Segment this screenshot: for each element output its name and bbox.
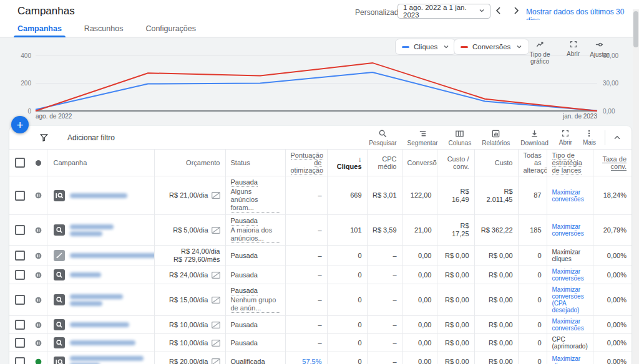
- column-header-custo[interactable]: Custo: [474, 150, 518, 176]
- campaign-name-redacted[interactable]: [70, 251, 155, 260]
- chart-tool-chart-type-icon[interactable]: Tipo de gráfico: [523, 40, 557, 65]
- redacted-name-line: [70, 272, 101, 277]
- campaign-name-redacted[interactable]: [70, 191, 149, 200]
- paused-dot-icon[interactable]: [36, 322, 42, 328]
- search-display-campaign-icon: [54, 190, 65, 201]
- column-header-todas[interactable]: Todas as alterações: [518, 150, 547, 176]
- clicks-cell: 0: [327, 352, 367, 364]
- status-primary: Pausada: [231, 339, 258, 347]
- all-changes-cell: 87: [518, 176, 547, 215]
- tab-campanhas[interactable]: Campanhas: [17, 20, 62, 37]
- paused-dot-icon[interactable]: [36, 297, 42, 304]
- paused-dot-icon: [35, 340, 42, 347]
- date-range-picker[interactable]: 1 ago. 2022 a 1 jan. 2023: [398, 4, 490, 19]
- scrollbar-thumb[interactable]: [633, 11, 638, 47]
- campaign-content: [52, 337, 149, 348]
- campaign-name-redacted[interactable]: [70, 271, 149, 279]
- enabled-dot-icon[interactable]: [36, 358, 42, 364]
- row-checkbox[interactable]: [15, 191, 25, 201]
- status-primary: Pausada: [231, 321, 258, 329]
- action-segmentar[interactable]: Segmentar: [407, 129, 438, 146]
- budget-cell: R$ 21,00/dia: [154, 176, 225, 215]
- metric-picker-2[interactable]: Conversões: [454, 39, 529, 55]
- paused-dot-icon[interactable]: [36, 192, 42, 199]
- collapse-table-button[interactable]: [613, 133, 622, 142]
- action-download[interactable]: Download: [520, 129, 548, 146]
- row-checkbox[interactable]: [15, 320, 25, 330]
- budget-line: R$ 20,00/dia: [160, 358, 220, 364]
- tab-configurações[interactable]: Configurações: [145, 20, 196, 37]
- column-header-status[interactable]: Status: [225, 150, 285, 176]
- status-cell: Pausada: [225, 266, 285, 284]
- bid-strategy-value: CPC (aprimorado): [552, 336, 588, 350]
- bid-strategy-value[interactable]: Maximizar conversões: [552, 189, 584, 203]
- row-status-dot-cell: [31, 176, 47, 215]
- next-period-button[interactable]: [509, 4, 523, 18]
- status-header-dot[interactable]: [36, 160, 42, 166]
- metric-picker-1[interactable]: Cliques: [395, 39, 456, 55]
- campaign-name-redacted[interactable]: [70, 223, 149, 238]
- campaign-name-redacted[interactable]: [70, 338, 149, 347]
- row-checkbox[interactable]: [15, 270, 25, 280]
- column-header-tipo[interactable]: Tipo de estratégia de lances: [547, 150, 593, 176]
- select-all-checkbox[interactable]: [15, 158, 25, 168]
- paused-dot-icon[interactable]: [36, 227, 42, 234]
- chart-tool-adjust-icon[interactable]: Ajustar: [590, 40, 609, 58]
- row-select-cell: [9, 176, 31, 215]
- search-campaign-icon: [54, 319, 65, 330]
- tab-rascunhos[interactable]: Rascunhos: [84, 20, 124, 37]
- vertical-scrollbar[interactable]: [633, 9, 639, 364]
- paused-dot-icon[interactable]: [36, 252, 42, 259]
- campaign-name-redacted[interactable]: [70, 320, 149, 329]
- paused-dot-icon[interactable]: [36, 340, 42, 347]
- action-abrir[interactable]: Abrir: [559, 129, 572, 146]
- budget-cell: R$ 15,00/dia: [154, 284, 225, 316]
- campaign-name-redacted[interactable]: [70, 292, 149, 308]
- action-mais[interactable]: Mais: [583, 129, 596, 146]
- paused-dot-icon[interactable]: [36, 272, 42, 279]
- avg-cpc-cell: R$ 3,01: [367, 176, 402, 215]
- date-range-value: 1 ago. 2022 a 1 jan. 2023: [403, 4, 479, 19]
- bid-strategy-value[interactable]: Maximizar cliques: [552, 355, 581, 364]
- status-primary: Pausada: [231, 252, 258, 260]
- column-header-label: CPC médio: [378, 155, 397, 170]
- bid-strategy-value[interactable]: Maximizar conversões: [552, 223, 584, 237]
- column-header-conversoes[interactable]: Conversões: [402, 150, 437, 176]
- optimization-score-cell: –: [285, 176, 327, 215]
- table-header-row: CampanhaOrçamentoStatusPontuação de otim…: [9, 150, 632, 176]
- campaign-name-redacted[interactable]: [70, 354, 149, 364]
- column-header-custo_conv[interactable]: Custo / conv.: [437, 150, 474, 176]
- filter-icon[interactable]: [39, 133, 49, 142]
- column-header-cliques[interactable]: ↓ Cliques: [327, 150, 367, 176]
- column-header-taxa[interactable]: Taxa de conv.: [593, 150, 632, 176]
- chart-tool-expand-icon[interactable]: Abrir: [567, 40, 580, 57]
- bid-strategy-value[interactable]: Maximizar conversões: [552, 268, 584, 282]
- bid-strategy-value[interactable]: Maximizar conversões (CPA desejado): [552, 286, 584, 314]
- row-checkbox[interactable]: [15, 225, 25, 235]
- cost-per-conv-cell: R$ 0,00: [437, 266, 474, 284]
- crossed-budget-icon: [212, 297, 220, 304]
- row-checkbox[interactable]: [15, 251, 25, 261]
- add-campaign-button[interactable]: +: [11, 116, 29, 133]
- row-checkbox[interactable]: [15, 338, 25, 348]
- budget-value: R$ 10,00/dia: [169, 339, 208, 347]
- action-relatórios[interactable]: Relatórios: [482, 129, 510, 146]
- action-colunas[interactable]: Colunas: [449, 129, 472, 146]
- action-pesquisar[interactable]: Pesquisar: [369, 129, 396, 146]
- optimization-score-link[interactable]: 57,5%: [302, 358, 321, 364]
- crossed-budget-icon: [212, 322, 220, 328]
- bid-strategy-value: Maximizar cliques: [552, 249, 581, 262]
- row-checkbox[interactable]: [15, 295, 25, 305]
- previous-period-button[interactable]: [492, 4, 505, 18]
- bid-strategy-value[interactable]: Maximizar conversões: [552, 318, 584, 332]
- campaign-cell: [47, 316, 154, 334]
- add-filter-button[interactable]: Adicionar filtro: [67, 133, 115, 142]
- action-label: Relatórios: [482, 140, 510, 146]
- status-cell: Pausada: [225, 246, 285, 266]
- status-dot-header-cell: [31, 150, 47, 176]
- column-header-campaign[interactable]: Campanha: [47, 150, 154, 176]
- row-checkbox[interactable]: [15, 357, 25, 364]
- column-header-pontuacao[interactable]: Pontuação de otimização: [285, 150, 327, 176]
- column-header-cpc[interactable]: CPC médio: [367, 150, 402, 176]
- column-header-orcamento[interactable]: Orçamento: [154, 150, 225, 176]
